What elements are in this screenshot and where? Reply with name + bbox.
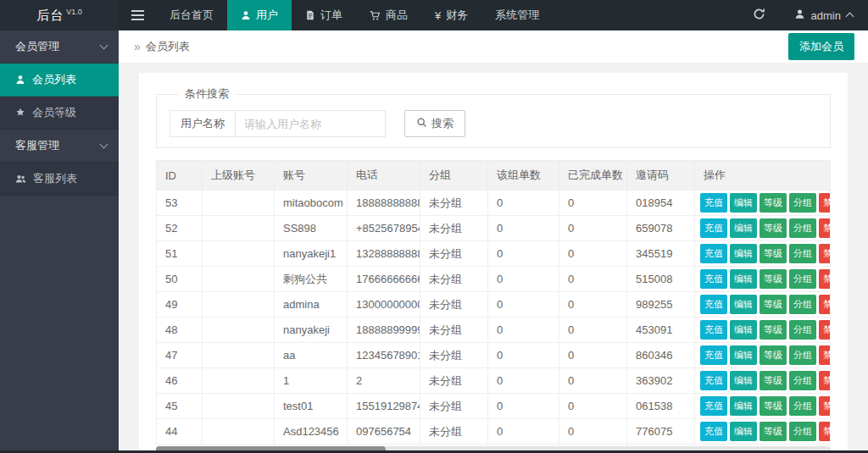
cell-actions: 充值编辑等级分组禁用 — [695, 191, 831, 216]
cell-group: 未分组 — [420, 241, 488, 267]
chevron-down-icon — [100, 41, 108, 50]
disable-button[interactable]: 禁用 — [819, 218, 831, 238]
sidebar-item-member-list[interactable]: 会员列表 — [0, 64, 119, 97]
cell-phone: +8525678954 — [348, 216, 420, 241]
level-button[interactable]: 等级 — [760, 396, 787, 416]
edit-button[interactable]: 编辑 — [730, 345, 757, 365]
sidebar-group-member-management[interactable]: 会员管理 — [0, 30, 119, 64]
table-row: 52SS898+8525678954未分组00659078充值编辑等级分组禁用 — [157, 216, 831, 241]
sidebar-group-service-management[interactable]: 客服管理 — [0, 130, 119, 163]
cell-phone: 13000000000 — [348, 292, 420, 318]
level-button[interactable]: 等级 — [760, 345, 787, 365]
edit-button[interactable]: 编辑 — [730, 320, 757, 340]
recharge-button[interactable]: 充值 — [700, 193, 727, 213]
recharge-button[interactable]: 充值 — [700, 295, 727, 314]
recharge-button[interactable]: 充值 — [700, 218, 727, 238]
cell-actions: 充值编辑等级分组禁用 — [695, 368, 831, 394]
sidebar-item-member-level[interactable]: 会员等级 — [0, 97, 119, 130]
disable-button[interactable]: 禁用 — [819, 244, 831, 263]
top-menu-goods[interactable]: 商品 — [356, 0, 421, 30]
cell-phone: 18888888888 — [348, 191, 420, 216]
cell-actions: 充值编辑等级分组禁用 — [695, 343, 831, 368]
cell-actions: 充值编辑等级分组禁用 — [695, 318, 831, 343]
edit-button[interactable]: 编辑 — [730, 371, 757, 390]
cell-group_orders: 0 — [488, 318, 559, 343]
cell-group: 未分组 — [420, 292, 488, 318]
group-button[interactable]: 分组 — [789, 371, 816, 390]
refresh-button[interactable] — [740, 0, 779, 30]
recharge-button[interactable]: 充值 — [700, 345, 727, 365]
group-button[interactable]: 分组 — [789, 295, 816, 314]
order-icon — [305, 10, 315, 20]
group-button[interactable]: 分组 — [789, 269, 816, 289]
top-menu-order[interactable]: 订单 — [292, 0, 356, 30]
edit-button[interactable]: 编辑 — [730, 422, 757, 441]
top-menu-user[interactable]: 用户 — [227, 0, 292, 30]
sidebar-item-label: 客服列表 — [33, 171, 77, 186]
group-button[interactable]: 分组 — [789, 193, 816, 213]
recharge-button[interactable]: 充值 — [700, 269, 727, 289]
edit-button[interactable]: 编辑 — [730, 295, 757, 314]
disable-button[interactable]: 禁用 — [819, 193, 831, 213]
group-button[interactable]: 分组 — [789, 320, 816, 340]
cell-group_orders: 0 — [488, 216, 559, 241]
level-button[interactable]: 等级 — [760, 371, 787, 390]
recharge-button[interactable]: 充值 — [700, 396, 727, 416]
admin-dropdown[interactable]: admin — [779, 0, 868, 30]
level-button[interactable]: 等级 — [760, 193, 787, 213]
sidebar-item-service-list[interactable]: 客服列表 — [0, 163, 119, 196]
disable-button[interactable]: 禁用 — [819, 371, 831, 390]
recharge-button[interactable]: 充值 — [700, 422, 727, 441]
disable-button[interactable]: 禁用 — [819, 422, 831, 441]
level-button[interactable]: 等级 — [760, 295, 787, 314]
column-header: 邀请码 — [627, 161, 695, 191]
disable-button[interactable]: 禁用 — [819, 345, 831, 365]
cell-id: 50 — [157, 267, 203, 292]
cell-group: 未分组 — [420, 368, 488, 394]
group-button[interactable]: 分组 — [789, 244, 816, 263]
edit-button[interactable]: 编辑 — [730, 244, 757, 263]
level-button[interactable]: 等级 — [760, 422, 787, 441]
top-menu-label: 订单 — [320, 8, 342, 23]
edit-button[interactable]: 编辑 — [730, 396, 757, 416]
recharge-button[interactable]: 充值 — [700, 371, 727, 390]
edit-button[interactable]: 编辑 — [730, 269, 757, 289]
cell-id: 46 — [157, 368, 203, 394]
group-button[interactable]: 分组 — [789, 218, 816, 238]
member-table-body: 53mitaobocom18888888888未分组00018954充值编辑等级… — [157, 191, 831, 445]
cell-completed: 0 — [559, 318, 627, 343]
sidebar-group-label: 客服管理 — [15, 138, 59, 153]
edit-button[interactable]: 编辑 — [730, 218, 757, 238]
cell-completed: 0 — [559, 343, 627, 368]
group-button[interactable]: 分组 — [789, 345, 816, 365]
disable-button[interactable]: 禁用 — [819, 320, 831, 340]
cell-completed: 0 — [559, 216, 627, 241]
top-menu-finance[interactable]: ¥财务 — [421, 0, 481, 30]
column-header: 分组 — [420, 161, 488, 191]
level-button[interactable]: 等级 — [760, 244, 787, 263]
disable-button[interactable]: 禁用 — [819, 295, 831, 314]
cell-phone: 2 — [348, 368, 420, 394]
sidebar-toggle-button[interactable] — [119, 0, 156, 30]
level-button[interactable]: 等级 — [760, 320, 787, 340]
level-button[interactable]: 等级 — [760, 218, 787, 238]
group-button[interactable]: 分组 — [789, 396, 816, 416]
breadcrumb-marker: » — [134, 40, 141, 53]
top-menu-home[interactable]: 后台首页 — [156, 0, 227, 30]
level-button[interactable]: 等级 — [760, 269, 787, 289]
search-button[interactable]: 搜索 — [404, 110, 465, 137]
disable-button[interactable]: 禁用 — [819, 269, 831, 289]
app-version: V1.0 — [66, 8, 82, 16]
cell-completed: 0 — [559, 292, 627, 318]
cell-account: admina — [275, 292, 348, 318]
username-input[interactable] — [235, 110, 386, 137]
add-member-button[interactable]: 添加会员 — [788, 33, 854, 60]
edit-button[interactable]: 编辑 — [730, 193, 757, 213]
top-menu-system[interactable]: 系统管理 — [481, 0, 553, 30]
recharge-button[interactable]: 充值 — [700, 320, 727, 340]
cell-parent — [203, 241, 275, 267]
cell-phone: 13288888888 — [348, 241, 420, 267]
disable-button[interactable]: 禁用 — [819, 396, 831, 416]
group-button[interactable]: 分组 — [789, 422, 816, 441]
recharge-button[interactable]: 充值 — [700, 244, 727, 263]
